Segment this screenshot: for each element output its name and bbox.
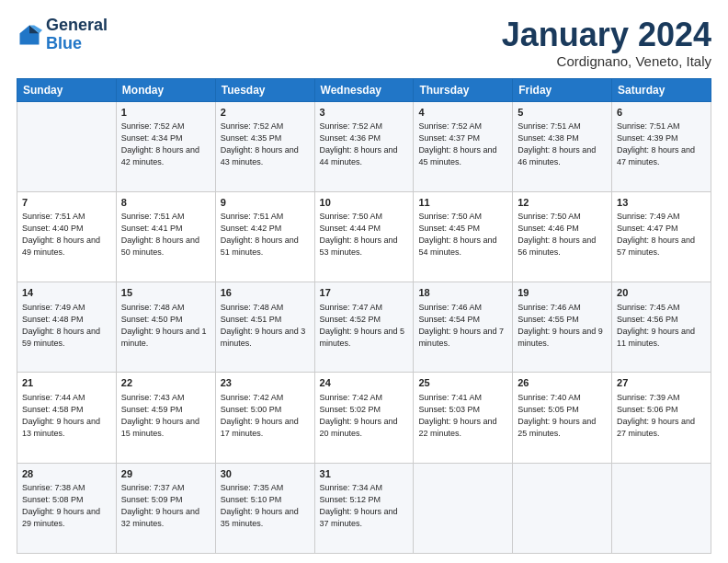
cell-info: Sunrise: 7:42 AMSunset: 5:02 PMDaylight:… bbox=[320, 392, 409, 440]
calendar-week-row: 14Sunrise: 7:49 AMSunset: 4:48 PMDayligh… bbox=[17, 282, 711, 373]
cell-info: Sunrise: 7:43 AMSunset: 4:59 PMDaylight:… bbox=[121, 392, 210, 440]
cell-info: Sunrise: 7:40 AMSunset: 5:05 PMDaylight:… bbox=[518, 392, 607, 440]
day-number: 20 bbox=[617, 286, 706, 300]
title-block: January 2024 Cordignano, Veneto, Italy bbox=[502, 17, 711, 69]
cell-info: Sunrise: 7:52 AMSunset: 4:36 PMDaylight:… bbox=[320, 121, 409, 168]
cell-info: Sunrise: 7:51 AMSunset: 4:42 PMDaylight:… bbox=[221, 211, 310, 259]
cell-info: Sunrise: 7:51 AMSunset: 4:39 PMDaylight:… bbox=[617, 121, 706, 168]
cell-info: Sunrise: 7:50 AMSunset: 4:45 PMDaylight:… bbox=[418, 211, 507, 259]
calendar-cell: 4Sunrise: 7:52 AMSunset: 4:37 PMDaylight… bbox=[414, 101, 513, 191]
day-number: 19 bbox=[518, 286, 607, 300]
calendar-cell: 7Sunrise: 7:51 AMSunset: 4:40 PMDaylight… bbox=[17, 191, 117, 282]
cell-info: Sunrise: 7:47 AMSunset: 4:52 PMDaylight:… bbox=[320, 302, 409, 350]
day-number: 24 bbox=[320, 376, 409, 390]
calendar-cell bbox=[414, 463, 513, 553]
day-number: 13 bbox=[617, 196, 706, 210]
day-number: 4 bbox=[418, 106, 507, 120]
day-header-sunday: Sunday bbox=[17, 78, 117, 101]
day-number: 31 bbox=[320, 467, 409, 481]
day-number: 2 bbox=[221, 106, 310, 120]
calendar-cell: 26Sunrise: 7:40 AMSunset: 5:05 PMDayligh… bbox=[513, 373, 612, 463]
calendar-cell: 1Sunrise: 7:52 AMSunset: 4:34 PMDaylight… bbox=[116, 101, 215, 191]
cell-info: Sunrise: 7:48 AMSunset: 4:50 PMDaylight:… bbox=[121, 302, 210, 350]
day-number: 6 bbox=[617, 106, 706, 120]
calendar-title: January 2024 bbox=[502, 17, 711, 53]
day-number: 11 bbox=[418, 196, 507, 210]
day-number: 14 bbox=[22, 286, 111, 300]
day-number: 23 bbox=[221, 376, 310, 390]
calendar-cell: 27Sunrise: 7:39 AMSunset: 5:06 PMDayligh… bbox=[612, 373, 711, 463]
cell-info: Sunrise: 7:50 AMSunset: 4:44 PMDaylight:… bbox=[320, 211, 409, 259]
calendar-cell: 16Sunrise: 7:48 AMSunset: 4:51 PMDayligh… bbox=[215, 282, 314, 373]
calendar-cell: 22Sunrise: 7:43 AMSunset: 4:59 PMDayligh… bbox=[116, 373, 215, 463]
day-header-tuesday: Tuesday bbox=[215, 78, 314, 101]
day-header-saturday: Saturday bbox=[612, 78, 711, 101]
cell-info: Sunrise: 7:46 AMSunset: 4:55 PMDaylight:… bbox=[518, 302, 607, 350]
page: General Blue January 2024 Cordignano, Ve… bbox=[0, 0, 728, 563]
cell-info: Sunrise: 7:37 AMSunset: 5:09 PMDaylight:… bbox=[121, 482, 210, 530]
day-number: 9 bbox=[221, 196, 310, 210]
day-number: 7 bbox=[22, 196, 111, 210]
calendar-cell: 2Sunrise: 7:52 AMSunset: 4:35 PMDaylight… bbox=[215, 101, 314, 191]
cell-info: Sunrise: 7:52 AMSunset: 4:35 PMDaylight:… bbox=[221, 121, 310, 168]
day-header-thursday: Thursday bbox=[414, 78, 513, 101]
cell-info: Sunrise: 7:44 AMSunset: 4:58 PMDaylight:… bbox=[22, 392, 111, 440]
calendar-cell: 11Sunrise: 7:50 AMSunset: 4:45 PMDayligh… bbox=[414, 191, 513, 282]
day-number: 26 bbox=[518, 376, 607, 390]
day-number: 30 bbox=[221, 467, 310, 481]
day-number: 15 bbox=[121, 286, 210, 300]
calendar-cell: 30Sunrise: 7:35 AMSunset: 5:10 PMDayligh… bbox=[215, 463, 314, 553]
day-number: 12 bbox=[518, 196, 607, 210]
calendar-cell: 9Sunrise: 7:51 AMSunset: 4:42 PMDaylight… bbox=[215, 191, 314, 282]
cell-info: Sunrise: 7:45 AMSunset: 4:56 PMDaylight:… bbox=[617, 302, 706, 350]
calendar-cell: 17Sunrise: 7:47 AMSunset: 4:52 PMDayligh… bbox=[314, 282, 414, 373]
day-number: 22 bbox=[121, 376, 210, 390]
day-number: 5 bbox=[518, 106, 607, 120]
day-number: 21 bbox=[22, 376, 111, 390]
cell-info: Sunrise: 7:35 AMSunset: 5:10 PMDaylight:… bbox=[221, 482, 310, 530]
day-number: 16 bbox=[221, 286, 310, 300]
calendar-header: SundayMondayTuesdayWednesdayThursdayFrid… bbox=[17, 78, 711, 101]
calendar-table: SundayMondayTuesdayWednesdayThursdayFrid… bbox=[17, 78, 711, 554]
day-number: 28 bbox=[22, 467, 111, 481]
calendar-body: 1Sunrise: 7:52 AMSunset: 4:34 PMDaylight… bbox=[17, 101, 711, 553]
cell-info: Sunrise: 7:41 AMSunset: 5:03 PMDaylight:… bbox=[418, 392, 507, 440]
calendar-cell: 20Sunrise: 7:45 AMSunset: 4:56 PMDayligh… bbox=[612, 282, 711, 373]
logo-text: General Blue bbox=[46, 17, 108, 53]
cell-info: Sunrise: 7:51 AMSunset: 4:41 PMDaylight:… bbox=[121, 211, 210, 259]
calendar-week-row: 7Sunrise: 7:51 AMSunset: 4:40 PMDaylight… bbox=[17, 191, 711, 282]
calendar-cell: 5Sunrise: 7:51 AMSunset: 4:38 PMDaylight… bbox=[513, 101, 612, 191]
calendar-cell: 13Sunrise: 7:49 AMSunset: 4:47 PMDayligh… bbox=[612, 191, 711, 282]
calendar-cell: 28Sunrise: 7:38 AMSunset: 5:08 PMDayligh… bbox=[17, 463, 117, 553]
cell-info: Sunrise: 7:51 AMSunset: 4:40 PMDaylight:… bbox=[22, 211, 111, 259]
calendar-cell: 14Sunrise: 7:49 AMSunset: 4:48 PMDayligh… bbox=[17, 282, 117, 373]
header: General Blue January 2024 Cordignano, Ve… bbox=[17, 17, 711, 69]
calendar-cell: 18Sunrise: 7:46 AMSunset: 4:54 PMDayligh… bbox=[414, 282, 513, 373]
cell-info: Sunrise: 7:48 AMSunset: 4:51 PMDaylight:… bbox=[221, 302, 310, 350]
logo: General Blue bbox=[17, 17, 108, 53]
calendar-cell: 3Sunrise: 7:52 AMSunset: 4:36 PMDaylight… bbox=[314, 101, 414, 191]
calendar-cell bbox=[17, 101, 117, 191]
calendar-cell: 24Sunrise: 7:42 AMSunset: 5:02 PMDayligh… bbox=[314, 373, 414, 463]
cell-info: Sunrise: 7:49 AMSunset: 4:48 PMDaylight:… bbox=[22, 302, 111, 350]
day-number: 10 bbox=[320, 196, 409, 210]
cell-info: Sunrise: 7:52 AMSunset: 4:34 PMDaylight:… bbox=[121, 121, 210, 168]
day-number: 27 bbox=[617, 376, 706, 390]
calendar-week-row: 21Sunrise: 7:44 AMSunset: 4:58 PMDayligh… bbox=[17, 373, 711, 463]
cell-info: Sunrise: 7:46 AMSunset: 4:54 PMDaylight:… bbox=[418, 302, 507, 350]
day-number: 3 bbox=[320, 106, 409, 120]
cell-info: Sunrise: 7:50 AMSunset: 4:46 PMDaylight:… bbox=[518, 211, 607, 259]
day-number: 17 bbox=[320, 286, 409, 300]
cell-info: Sunrise: 7:38 AMSunset: 5:08 PMDaylight:… bbox=[22, 482, 111, 530]
cell-info: Sunrise: 7:42 AMSunset: 5:00 PMDaylight:… bbox=[221, 392, 310, 440]
calendar-cell: 25Sunrise: 7:41 AMSunset: 5:03 PMDayligh… bbox=[414, 373, 513, 463]
calendar-week-row: 1Sunrise: 7:52 AMSunset: 4:34 PMDaylight… bbox=[17, 101, 711, 191]
day-header-wednesday: Wednesday bbox=[314, 78, 414, 101]
day-number: 29 bbox=[121, 467, 210, 481]
calendar-cell: 10Sunrise: 7:50 AMSunset: 4:44 PMDayligh… bbox=[314, 191, 414, 282]
day-header-monday: Monday bbox=[116, 78, 215, 101]
calendar-cell bbox=[612, 463, 711, 553]
calendar-cell: 21Sunrise: 7:44 AMSunset: 4:58 PMDayligh… bbox=[17, 373, 117, 463]
calendar-cell: 23Sunrise: 7:42 AMSunset: 5:00 PMDayligh… bbox=[215, 373, 314, 463]
day-number: 18 bbox=[418, 286, 507, 300]
